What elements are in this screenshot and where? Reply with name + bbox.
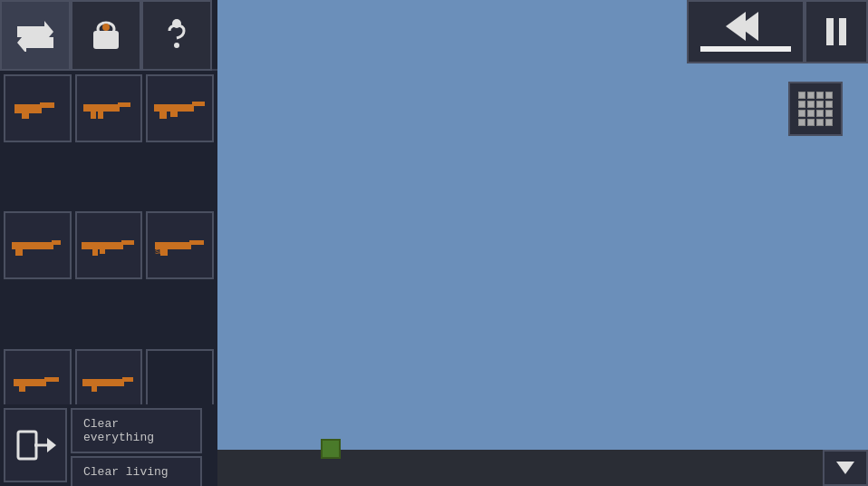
svg-rect-15 <box>192 102 205 106</box>
svg-rect-30 <box>44 377 59 382</box>
svg-text:SMG: SMG <box>155 248 169 256</box>
grid-toggle-button[interactable] <box>788 82 843 136</box>
svg-rect-19 <box>52 240 61 245</box>
pause-button[interactable] <box>805 0 868 63</box>
weapon-slot-6[interactable]: SMG <box>146 211 214 279</box>
game-area <box>217 0 868 450</box>
svg-rect-33 <box>122 377 133 382</box>
weapon-slot-4[interactable] <box>4 211 72 279</box>
ground-bar <box>217 450 868 486</box>
svg-rect-16 <box>159 112 167 119</box>
top-toolbar <box>0 0 217 71</box>
rewind-icon <box>733 12 758 41</box>
bottom-left-panel: Clear everything Clear living <box>0 404 217 486</box>
svg-rect-23 <box>92 249 98 256</box>
svg-marker-37 <box>47 438 56 452</box>
svg-rect-9 <box>22 112 29 119</box>
clear-everything-button[interactable]: Clear everything <box>71 408 202 453</box>
exit-button[interactable] <box>4 408 67 482</box>
weapon-slot-1[interactable] <box>4 74 72 142</box>
svg-rect-24 <box>100 249 105 254</box>
swap-button[interactable] <box>0 0 71 71</box>
svg-rect-14 <box>154 104 194 112</box>
rewind-progress-bar <box>700 46 792 52</box>
clear-living-button[interactable]: Clear living <box>71 456 202 486</box>
top-right-controls <box>687 0 868 63</box>
svg-rect-10 <box>83 104 120 112</box>
svg-rect-31 <box>19 386 25 392</box>
svg-rect-20 <box>15 249 23 256</box>
weapon-slot-3[interactable] <box>146 74 214 142</box>
svg-rect-32 <box>82 379 124 386</box>
pause-icon <box>826 18 846 45</box>
svg-rect-12 <box>91 112 96 119</box>
help-button[interactable] <box>141 0 212 71</box>
svg-rect-18 <box>12 242 53 249</box>
context-menu: Clear everything Clear living <box>71 408 202 486</box>
svg-rect-22 <box>121 240 134 245</box>
weapon-slot-2[interactable] <box>75 74 143 142</box>
svg-point-4 <box>102 24 110 31</box>
svg-point-6 <box>174 43 179 48</box>
bag-button[interactable] <box>71 0 141 71</box>
svg-rect-26 <box>189 240 204 245</box>
down-arrow-icon <box>836 462 854 474</box>
svg-rect-29 <box>14 379 46 386</box>
svg-rect-17 <box>170 112 178 117</box>
svg-rect-3 <box>93 31 119 49</box>
svg-rect-21 <box>82 242 123 249</box>
entity-green <box>321 439 341 459</box>
svg-rect-13 <box>98 112 103 119</box>
svg-rect-11 <box>118 102 130 107</box>
grid-icon <box>798 92 833 126</box>
svg-rect-34 <box>92 386 97 392</box>
bottom-right-button[interactable] <box>823 450 868 486</box>
svg-rect-8 <box>40 102 54 108</box>
svg-rect-35 <box>18 432 36 459</box>
weapon-slot-5[interactable] <box>75 211 143 279</box>
rewind-button[interactable] <box>687 0 805 63</box>
